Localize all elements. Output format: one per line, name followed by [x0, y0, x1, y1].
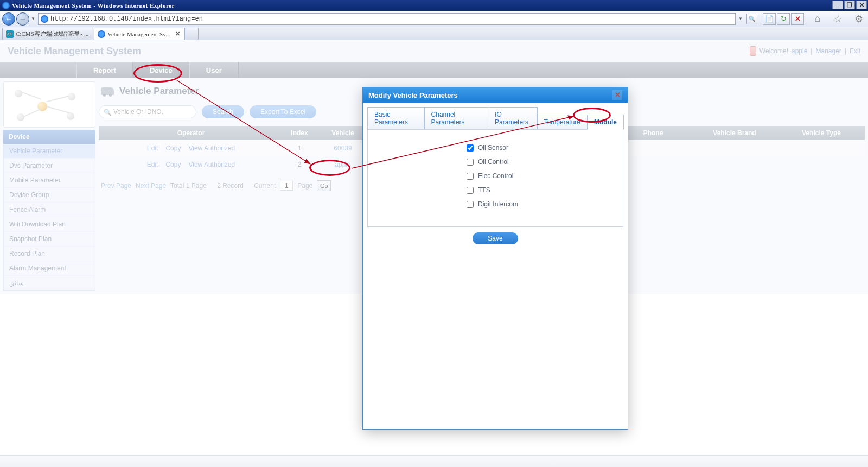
module-checkbox-oli-sensor[interactable]: [467, 144, 474, 152]
cell-index: 1: [283, 144, 316, 152]
ie-titlebar: Vehicle Management System - Windows Inte…: [0, 0, 868, 11]
sidebar-item-alarm-management[interactable]: Alarm Management: [4, 261, 95, 276]
go-button[interactable]: 🔍: [746, 14, 757, 24]
address-bar[interactable]: http://192.168.0.148/index.html?lang=en: [38, 13, 736, 25]
welcome-label: Welcome!: [760, 47, 788, 55]
view-authorized-link[interactable]: View Authorized: [188, 161, 235, 168]
view-authorized-link[interactable]: View Authorized: [188, 144, 235, 152]
th-type: Vehicle Type: [778, 126, 865, 140]
module-label: Elec Control: [478, 172, 513, 180]
compat-view-icon[interactable]: 📄: [763, 13, 776, 25]
module-label: Oli Sensor: [478, 144, 508, 152]
modal-close-icon[interactable]: ✕: [612, 90, 622, 100]
pager-current-label: Current: [254, 182, 276, 190]
module-option-row: TTS: [374, 183, 616, 197]
module-option-row: Oli Sensor: [374, 141, 616, 155]
sidebar-item-snapshot-plan[interactable]: Snapshot Plan: [4, 232, 95, 247]
sidebar-item-mobile-parameter[interactable]: Mobile Parameter: [4, 173, 95, 188]
module-option-row: Digit Intercom: [374, 197, 616, 211]
pager-record: 2 Record: [217, 182, 244, 190]
th-brand: Vehicle Brand: [691, 126, 778, 140]
nav-dropdown-icon[interactable]: ▼: [30, 12, 36, 26]
sidebar-item-device-group[interactable]: Device Group: [4, 188, 95, 203]
edit-link[interactable]: Edit: [147, 144, 158, 152]
modal-modify-vehicle: Modify Vehicle Parameters ✕ Basic Parame…: [362, 87, 628, 294]
module-checkbox-oli-control[interactable]: [467, 159, 474, 166]
nav-report[interactable]: Report: [77, 62, 132, 78]
search-button[interactable]: Search: [202, 105, 244, 118]
window-close-button[interactable]: ✕: [856, 1, 867, 9]
refresh-icon[interactable]: ↻: [777, 13, 790, 25]
nav-user[interactable]: User: [190, 62, 238, 78]
sidebar-item-fence-alarm[interactable]: Fence Alarm: [4, 203, 95, 217]
ie-logo-icon: [2, 2, 10, 9]
modal-tab-module[interactable]: Module: [587, 115, 624, 130]
cell-index: 2: [283, 161, 316, 168]
favorites-icon[interactable]: ☆: [831, 12, 845, 26]
user-link[interactable]: apple: [792, 47, 807, 55]
modal-tab-basic-parameters[interactable]: Basic Parameters: [367, 107, 425, 129]
sidebar-item-vehicle-parameter[interactable]: Vehicle Parameter: [4, 144, 95, 159]
minimize-button[interactable]: _: [832, 1, 843, 9]
window-title: Vehicle Management System - Windows Inte…: [12, 2, 175, 9]
sidebar: Device Vehicle ParameterDvs ParameterMob…: [3, 81, 95, 291]
forward-button[interactable]: →: [16, 12, 29, 26]
page-title: Vehicle Parameter: [119, 86, 199, 97]
nav-device[interactable]: Device: [133, 62, 189, 78]
url-dropdown-icon[interactable]: ▼: [738, 12, 743, 26]
sidebar-header: Device: [3, 130, 95, 144]
modal-tab-temperature[interactable]: Temperature: [537, 115, 588, 129]
copy-link[interactable]: Copy: [165, 161, 181, 168]
module-option-row: Oli Control: [374, 155, 616, 169]
edit-link[interactable]: Edit: [147, 161, 158, 168]
tab-favicon-icon: ZT: [6, 30, 14, 38]
car-icon: [101, 87, 114, 95]
exit-link[interactable]: Exit: [850, 47, 860, 55]
next-page-link[interactable]: Next Page: [136, 182, 166, 190]
save-button[interactable]: Save: [473, 232, 518, 244]
sidebar-item-dvs-parameter[interactable]: Dvs Parameter: [4, 159, 95, 173]
browser-tab-vms[interactable]: Vehicle Management Sy... ✕: [94, 28, 185, 40]
sidebar-item-wifi-download-plan[interactable]: Wifi Download Plan: [4, 217, 95, 232]
url-text: http://192.168.0.148/index.html?lang=en: [50, 15, 203, 23]
stop-icon[interactable]: ✕: [791, 13, 804, 25]
tools-icon[interactable]: ⚙: [852, 12, 866, 26]
module-checkbox-elec-control[interactable]: [467, 173, 474, 180]
search-icon: 🔍: [104, 109, 112, 116]
th-index: Index: [283, 126, 316, 140]
module-checkbox-digit-intercom[interactable]: [467, 201, 474, 208]
manager-link[interactable]: Manager: [815, 47, 841, 55]
ie-toolbar: ← → ▼ http://192.168.0.148/index.html?la…: [0, 11, 868, 27]
pager-go-button[interactable]: Go: [317, 180, 331, 191]
module-label: Oli Control: [478, 158, 509, 166]
home-icon[interactable]: ⌂: [810, 12, 825, 26]
restore-button[interactable]: ❐: [844, 1, 855, 9]
tab-close-icon[interactable]: ✕: [175, 30, 180, 37]
tab-label: C:CMS客户端::缺陷管理 - ...: [16, 30, 88, 38]
export-button[interactable]: Export To Excel: [250, 105, 316, 118]
th-vehicle: Vehicle: [316, 126, 370, 140]
cell-vehicle[interactable]: 60039: [316, 144, 370, 152]
modal-title: Modify Vehicle Parameters: [368, 91, 458, 99]
app-header: Vehicle Management System Welcome! apple…: [0, 40, 868, 62]
app-title: Vehicle Management System: [8, 46, 141, 57]
copy-link[interactable]: Copy: [165, 144, 181, 152]
back-button[interactable]: ←: [2, 12, 15, 26]
module-label: Digit Intercom: [478, 200, 518, 208]
module-checkbox-tts[interactable]: [467, 187, 474, 194]
browser-tab-cms[interactable]: ZT C:CMS客户端::缺陷管理 - ...: [2, 28, 93, 40]
pager-page-label: Page: [297, 182, 312, 190]
tab-favicon-icon: [98, 30, 105, 38]
prev-page-link[interactable]: Prev Page: [101, 182, 131, 190]
modal-tab-channel-parameters[interactable]: Channel Parameters: [424, 107, 488, 129]
pager-current-input[interactable]: [280, 181, 293, 191]
modal-tab-io-parameters[interactable]: IO Parameters: [488, 107, 538, 129]
sidebar-item-record-plan[interactable]: Record Plan: [4, 247, 95, 261]
page-icon: [41, 15, 48, 23]
main-nav: Report Device User: [0, 62, 868, 78]
sidebar-item-سائق[interactable]: سائق: [4, 276, 95, 290]
module-option-row: Elec Control: [374, 169, 616, 183]
cell-vehicle[interactable]: apple: [316, 161, 370, 168]
search-input[interactable]: [99, 105, 196, 118]
new-tab-button[interactable]: [186, 28, 199, 40]
